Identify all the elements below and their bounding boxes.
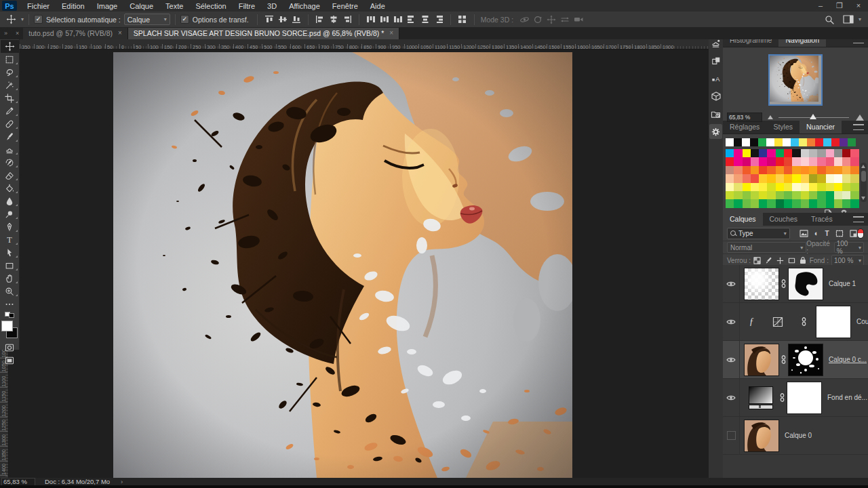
swatch[interactable] xyxy=(809,183,817,191)
tool-preset-chevron-icon[interactable]: ▾ xyxy=(21,16,24,22)
transform-options-checkbox[interactable]: ✓ xyxy=(180,15,189,24)
swatch[interactable] xyxy=(791,138,799,146)
swatch[interactable] xyxy=(759,157,767,165)
swatch[interactable] xyxy=(734,199,742,207)
search-icon[interactable] xyxy=(823,14,836,25)
swatch[interactable] xyxy=(842,157,850,165)
close-button[interactable]: × xyxy=(849,0,868,12)
libraries-icon[interactable] xyxy=(709,54,722,68)
tool-spot-healing[interactable] xyxy=(1,117,19,130)
swatch[interactable] xyxy=(759,199,767,207)
distribute-top-icon[interactable] xyxy=(364,14,378,25)
swatch[interactable] xyxy=(850,199,859,207)
swatch[interactable] xyxy=(784,199,792,207)
swatch[interactable] xyxy=(743,174,751,182)
lock-all-icon[interactable] xyxy=(800,256,806,264)
visibility-toggle[interactable] xyxy=(723,417,740,454)
swatch[interactable] xyxy=(759,191,767,199)
swatch[interactable] xyxy=(842,174,850,182)
swatch[interactable] xyxy=(734,166,742,174)
swatch[interactable] xyxy=(758,138,766,146)
swatch[interactable] xyxy=(759,166,767,174)
swatch[interactable] xyxy=(743,157,751,165)
swatch[interactable] xyxy=(726,183,734,191)
swatch[interactable] xyxy=(834,149,842,157)
status-chevron-icon[interactable]: › xyxy=(121,478,123,485)
swatch[interactable] xyxy=(751,174,759,182)
pasteboard[interactable] xyxy=(9,49,709,478)
swatch[interactable] xyxy=(809,191,817,199)
swatch[interactable] xyxy=(766,138,774,146)
tool-gradient[interactable] xyxy=(1,182,19,195)
mask-link-icon[interactable] xyxy=(802,317,806,326)
swatch[interactable] xyxy=(834,199,842,207)
screen-mode-button[interactable] xyxy=(1,354,19,367)
tool-clone-stamp[interactable] xyxy=(1,143,19,156)
filter-adjustment-icon[interactable]: ◐ xyxy=(814,229,819,237)
character-icon[interactable]: A xyxy=(709,71,722,86)
swatch[interactable] xyxy=(792,166,800,174)
swatch[interactable] xyxy=(809,157,817,165)
swatch[interactable] xyxy=(826,191,834,199)
tool-history-brush[interactable] xyxy=(1,156,19,169)
foreground-background-colors[interactable] xyxy=(1,321,18,338)
visibility-toggle[interactable] xyxy=(723,265,740,302)
tab-close-icon[interactable]: × xyxy=(12,27,23,39)
lock-pixels-icon[interactable] xyxy=(765,257,772,264)
swatch[interactable] xyxy=(850,157,859,165)
menu-item[interactable]: Image xyxy=(91,2,124,10)
swatch[interactable] xyxy=(801,199,809,207)
swatch[interactable] xyxy=(751,157,759,165)
swatch[interactable] xyxy=(826,183,834,191)
layer-thumbnail[interactable] xyxy=(744,420,779,452)
swatch[interactable] xyxy=(850,149,859,157)
swatch[interactable] xyxy=(809,174,817,182)
swatch[interactable] xyxy=(784,191,792,199)
swatch[interactable] xyxy=(767,191,775,199)
workspace-icon[interactable] xyxy=(842,14,855,25)
swatch[interactable] xyxy=(801,166,809,174)
restore-button[interactable]: ❐ xyxy=(830,0,849,12)
layer-name[interactable]: Calque 1 xyxy=(829,280,856,287)
3d-icon[interactable] xyxy=(709,89,722,104)
swatch[interactable] xyxy=(834,157,842,165)
layer-name[interactable]: Cou... xyxy=(856,318,868,325)
swatch[interactable] xyxy=(784,174,792,182)
horizontal-ruler[interactable]: 3503002502001501005005010015020025030035… xyxy=(9,39,709,49)
layer-thumbnail[interactable] xyxy=(744,268,779,300)
menu-item[interactable]: Edition xyxy=(56,2,91,10)
lock-position-icon[interactable] xyxy=(776,257,784,264)
menu-item[interactable]: Calque xyxy=(123,2,159,10)
swatch[interactable] xyxy=(751,166,759,174)
layer-mask-thumbnail[interactable] xyxy=(788,268,823,300)
distribute-center-icon[interactable] xyxy=(418,14,432,25)
swatch[interactable] xyxy=(726,166,734,174)
tool-crop[interactable] xyxy=(1,92,19,104)
swatch[interactable] xyxy=(743,183,751,191)
3d-orbit-icon[interactable] xyxy=(517,14,531,25)
navigator-thumbnail[interactable] xyxy=(768,54,823,106)
swatch[interactable] xyxy=(774,138,783,146)
swatch[interactable] xyxy=(726,149,734,157)
swatch[interactable] xyxy=(799,138,807,146)
close-tab-icon[interactable]: × xyxy=(118,27,122,39)
swatch[interactable] xyxy=(784,157,792,165)
swatch[interactable] xyxy=(842,166,850,174)
menu-item[interactable]: 3D xyxy=(261,2,283,10)
swatch[interactable] xyxy=(751,191,759,199)
foreground-color-chip[interactable] xyxy=(1,321,13,331)
swatch[interactable] xyxy=(767,199,775,207)
swatch[interactable] xyxy=(792,199,800,207)
tool-zoom[interactable] xyxy=(1,285,19,298)
swatch[interactable] xyxy=(807,138,815,146)
workspace-chevron-icon[interactable]: ▾ xyxy=(859,16,861,22)
menu-item[interactable]: Aide xyxy=(364,2,391,10)
layer-name[interactable]: Calque 0 c... xyxy=(829,356,867,363)
swatch[interactable] xyxy=(801,191,809,199)
3d-pan-icon[interactable] xyxy=(545,14,558,25)
swatch[interactable] xyxy=(850,174,859,182)
document-tab-splach[interactable]: SPLACH SUR VISAGE ART DESIGN BRUNO SORCE… xyxy=(128,27,399,39)
curves-adjustment-icon[interactable] xyxy=(772,317,783,327)
swatch[interactable] xyxy=(850,191,859,199)
layer-row-fond-degrade[interactable]: Fond en dé... xyxy=(723,379,868,417)
